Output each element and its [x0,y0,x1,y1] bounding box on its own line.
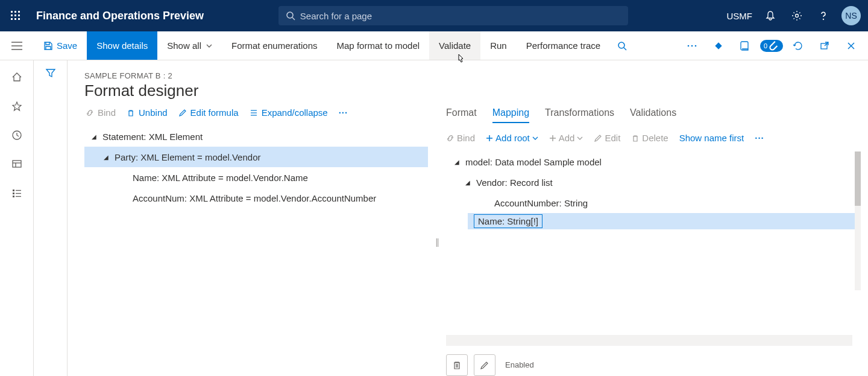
scrollbar[interactable] [855,151,861,290]
tree-node-statement[interactable]: ◢Statement: XML Element [84,126,428,147]
attach-badge-icon[interactable]: 0 [760,31,784,60]
save-button[interactable]: Save [34,31,87,60]
show-details-button[interactable]: Show details [87,31,157,60]
validate-button[interactable]: Validate [429,31,480,60]
tab-transformations[interactable]: Transformations [545,107,614,123]
svg-rect-2 [18,11,20,13]
add-button[interactable]: Add [549,133,583,143]
list-icon [250,109,258,117]
filter-rail [34,60,68,376]
run-label: Run [490,40,507,51]
edit-button[interactable]: Edit [594,133,620,143]
help-icon[interactable] [815,7,832,24]
add-root-button[interactable]: Add root [486,133,538,143]
unbind-label: Unbind [139,107,168,118]
search-icon [286,11,295,21]
gear-icon[interactable] [788,7,805,24]
trash-icon [127,109,135,117]
pencil-icon [178,109,187,117]
svg-rect-3 [11,14,13,16]
svg-rect-31 [13,196,14,197]
popout-icon[interactable] [813,31,837,60]
tree-node-name[interactable]: Name: XML Attribute = model.Vendor.Name [84,167,428,188]
tree-node-accountnumber[interactable]: AccountNumber: String [446,193,861,213]
scrollbar-thumb[interactable] [855,151,861,206]
link-icon [86,109,94,117]
edit-formula-label: Edit formula [190,107,239,118]
more-right-button[interactable]: ··· [755,133,764,143]
company-label[interactable]: USMF [727,11,753,21]
chevron-down-icon [577,136,583,140]
workspace-icon[interactable] [5,152,29,176]
user-avatar[interactable]: NS [841,6,861,25]
svg-rect-5 [18,14,20,16]
svg-point-16 [618,42,624,48]
expand-collapse-label: Expand/collapse [262,107,328,118]
format-enum-label: Format enumerations [231,40,318,51]
tab-format[interactable]: Format [446,107,477,123]
recent-icon[interactable] [5,123,29,147]
global-search[interactable] [278,6,628,25]
edit-formula-button[interactable]: Edit formula [178,107,239,118]
more-left-button[interactable]: ··· [339,107,348,118]
star-icon[interactable] [5,94,29,118]
app-title: Finance and Operations Preview [36,10,204,22]
delete-prop-button[interactable] [446,354,468,376]
right-toolbar: Bind Add root Add Edit Delete Show name … [446,133,861,143]
edit-label: Edit [605,133,620,143]
pane-splitter[interactable]: ‖ [428,107,446,376]
svg-rect-7 [14,18,16,20]
modules-icon[interactable] [5,181,29,205]
run-button[interactable]: Run [480,31,517,60]
tab-validations[interactable]: Validations [630,107,676,123]
book-icon[interactable] [733,31,757,60]
bind-button[interactable]: Bind [86,107,116,118]
tree-node-accountnum[interactable]: AccountNum: XML Attribute = model.Vendor… [84,188,428,208]
tree-node-party[interactable]: ◢Party: XML Element = model.Vendor [84,147,428,167]
trash-icon [452,360,462,370]
pencil-icon [480,360,489,370]
show-all-button[interactable]: Show all [157,31,222,60]
expand-collapse-button[interactable]: Expand/collapse [250,107,328,118]
enabled-label: Enabled [505,360,534,369]
refresh-icon[interactable] [786,31,810,60]
unbind-button[interactable]: Unbind [127,107,168,118]
show-name-first-button[interactable]: Show name first [679,133,744,143]
save-icon [43,41,53,51]
tree-node-model[interactable]: ◢model: Data model Sample model [446,151,861,172]
tree-label: Name: String[!] [478,216,538,226]
svg-rect-6 [11,18,13,20]
delete-button[interactable]: Delete [631,133,668,143]
link-icon [446,134,454,142]
hamburger-icon[interactable] [11,42,22,50]
close-icon[interactable] [839,31,863,60]
show-all-label: Show all [167,40,201,51]
search-input[interactable] [300,11,621,21]
map-format-label: Map format to model [337,40,420,51]
home-icon[interactable] [5,65,29,89]
show-name-first-label: Show name first [679,133,744,143]
map-format-button[interactable]: Map format to model [327,31,430,60]
bell-icon[interactable] [762,7,779,24]
plus-icon [549,135,556,142]
tab-mapping[interactable]: Mapping [492,107,529,123]
chevron-down-icon [532,136,538,140]
svg-point-11 [796,14,799,18]
filter-icon[interactable] [45,68,56,376]
app-launcher-icon[interactable] [7,7,24,24]
tree-node-vendor[interactable]: ◢Vendor: Record list [446,172,861,193]
left-toolbar: Bind Unbind Edit formula Expand/collapse… [84,107,428,118]
bind-right-button[interactable]: Bind [446,133,475,143]
more-icon[interactable] [680,31,704,60]
search-command-icon[interactable] [610,31,634,60]
svg-rect-26 [13,161,21,167]
page-title: Format designer [84,81,868,100]
format-enumerations-button[interactable]: Format enumerations [222,31,327,60]
diamond-icon[interactable] [706,31,731,60]
badge-count: 0 [764,42,767,49]
edit-prop-button[interactable] [474,354,495,376]
validate-label: Validate [439,40,471,51]
svg-point-18 [688,45,690,46]
performance-trace-button[interactable]: Performance trace [517,31,610,60]
tree-node-name-selected[interactable]: Name: String[!] [468,213,861,229]
